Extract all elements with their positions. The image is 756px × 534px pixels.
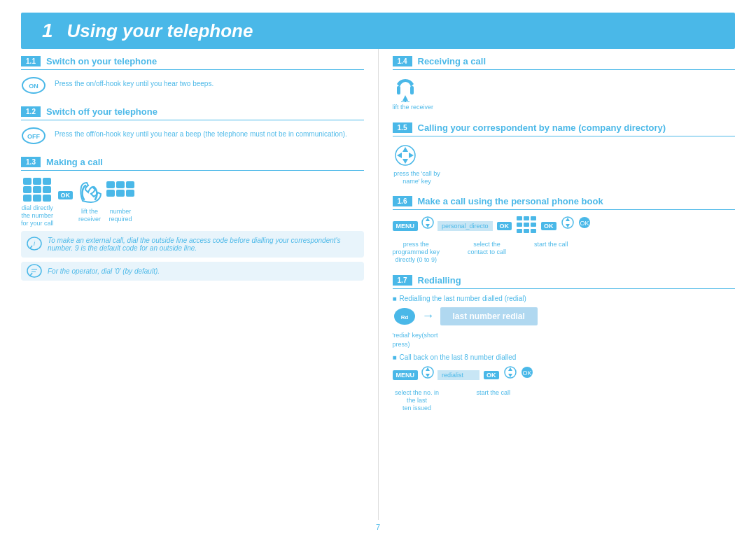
menu-chip-r: MENU: [393, 370, 419, 380]
ok-chip-pb1: OK: [497, 222, 512, 230]
redial-button: last number redial: [440, 307, 538, 325]
section-1-4: 1.4 Receiving a call lift the rec: [393, 56, 736, 111]
step-dial-icon: dial directlythe numberfor your call: [21, 176, 54, 227]
number-required-icon: [105, 180, 136, 206]
confirm-icon: OK: [578, 216, 592, 237]
svg-rect-5: [33, 178, 41, 185]
chat-icon-1: i: [27, 236, 42, 251]
svg-rect-8: [33, 186, 41, 193]
section-title-1-4: Receiving a call: [418, 56, 486, 66]
svg-rect-44: [531, 229, 536, 233]
section-title-1-1: Switch on your telephone: [46, 56, 157, 66]
ok-step-2: OK: [540, 222, 558, 230]
nav-icon-r2: [503, 365, 517, 385]
numpad-icon-pb: [516, 216, 537, 237]
svg-marker-35: [426, 224, 430, 227]
redial-key-icon: Rd: [393, 307, 416, 326]
svg-text:OK: OK: [580, 220, 589, 227]
redial-key-label-text: 'redial' key(short press): [393, 332, 438, 348]
svg-text:OFF: OFF: [27, 133, 40, 140]
directory-field-text: personal_directo: [438, 221, 493, 231]
page-bottom: 7: [0, 520, 756, 534]
redial-steps: Rd → last number redial: [393, 307, 736, 326]
redial-label-2: start the call: [477, 389, 511, 412]
menu-chip-1: MENU: [393, 221, 419, 231]
nav-icon-r1: [421, 365, 435, 385]
section-1-1: 1.1 Switch on your telephone ON Press th…: [21, 56, 364, 95]
call-by-name-content: press the 'call by name' key: [393, 142, 736, 185]
nav-step-2: [561, 216, 575, 237]
redial-bullet-2: ■ Call back on the last 8 number dialled: [393, 353, 736, 361]
receiver-icon: [77, 180, 102, 206]
right-column: 1.4 Receiving a call lift the rec: [379, 49, 736, 520]
svg-rect-39: [517, 223, 522, 227]
svg-rect-11: [33, 195, 41, 202]
redial-bullet-1: ■ Redialling the last number dialled (re…: [393, 295, 736, 302]
receiver-lift-label: lift the receiver: [393, 104, 434, 111]
svg-rect-37: [524, 216, 529, 220]
svg-marker-53: [426, 367, 430, 371]
svg-rect-41: [531, 223, 536, 227]
nav-icon-1: [421, 216, 435, 237]
section-title-1-5: Calling your correspondent by name (comp…: [418, 122, 666, 133]
step-receiver-label: lift thereceiver: [78, 208, 101, 223]
section-title-1-6: Make a call using the personal phone boo…: [418, 196, 603, 206]
nav-step-1: [421, 216, 435, 237]
redial-8-steps: MENU redialist OK: [393, 365, 736, 385]
note-icon-2: [27, 263, 42, 280]
section-num-1-1: 1.1: [21, 56, 41, 66]
redial-key-label: 'redial' key(short press): [393, 330, 736, 349]
svg-text:Rd: Rd: [400, 314, 408, 321]
redial-label-1: select the no. in the lastten issued: [393, 389, 442, 412]
off-key-icon: OFF: [21, 126, 46, 146]
ok-step-3: OK: [578, 216, 592, 237]
page-title: Using your telephone: [67, 20, 253, 42]
section-1-6: 1.6 Make a call using the personal phone…: [393, 196, 736, 263]
section-1-2-instruction: Press the off/on-hook key until you hear…: [55, 130, 347, 138]
section-1-3: 1.3 Making a call: [21, 157, 364, 281]
svg-rect-10: [23, 195, 31, 202]
svg-rect-7: [23, 186, 31, 193]
phone-book-steps: MENU personal_directo OK: [393, 216, 736, 237]
step-number-label: numberrequired: [109, 208, 132, 223]
section-1-2-header: 1.2 Switch off your telephone: [21, 106, 364, 120]
menu-step: MENU: [393, 221, 419, 231]
making-call-steps: dial directlythe numberfor your call OK: [21, 176, 364, 227]
svg-rect-18: [126, 190, 134, 197]
svg-rect-12: [43, 195, 51, 202]
svg-marker-29: [402, 147, 408, 152]
page: 1 Using your telephone 1.1 Switch on you…: [0, 0, 756, 534]
svg-rect-36: [517, 216, 522, 220]
note1-text: To make an external call, dial the outsi…: [48, 237, 340, 252]
page-header: 1 Using your telephone: [21, 13, 735, 49]
diamond-icon-1: ■: [393, 295, 397, 302]
svg-marker-54: [426, 374, 430, 377]
ok-chip-r1: OK: [484, 371, 499, 379]
pb-label-1: press theprogrammed keydirectly (0 to 9): [393, 241, 440, 263]
svg-marker-31: [397, 153, 402, 158]
call-by-name-icon: [393, 142, 418, 169]
page-number: 7: [376, 523, 380, 531]
note-operator: For the operator, dial '0' (by default).: [21, 262, 364, 281]
section-1-7-header: 1.7 Redialling: [393, 275, 736, 289]
svg-rect-38: [531, 216, 536, 220]
svg-rect-16: [106, 190, 115, 197]
directory-field: personal_directo: [438, 221, 493, 231]
ok-step-1: OK: [496, 222, 514, 230]
receiving-call-content: lift the receiver: [393, 76, 736, 111]
section-title-1-2: Switch off your telephone: [46, 106, 158, 117]
svg-text:ON: ON: [29, 83, 38, 90]
redial-btn-item: last number redial: [440, 307, 538, 325]
svg-rect-40: [524, 223, 529, 227]
off-key-icon-item: OFF: [21, 126, 46, 146]
svg-marker-34: [426, 218, 430, 221]
section-1-2-content: OFF Press the off/on-hook key until you …: [21, 126, 364, 146]
step-receiver-icon: lift thereceiver: [77, 180, 102, 223]
step-dial-label: dial directlythe numberfor your call: [21, 204, 54, 227]
ok-chip-pb2: OK: [541, 222, 556, 230]
on-off-key-icon: ON: [21, 76, 46, 95]
section-1-7: 1.7 Redialling ■ Redialling the last num…: [393, 275, 736, 412]
redialist-field: redialist: [438, 370, 479, 380]
dial-pad-icon: [22, 176, 52, 203]
arrow-icon-1: →: [422, 309, 435, 323]
